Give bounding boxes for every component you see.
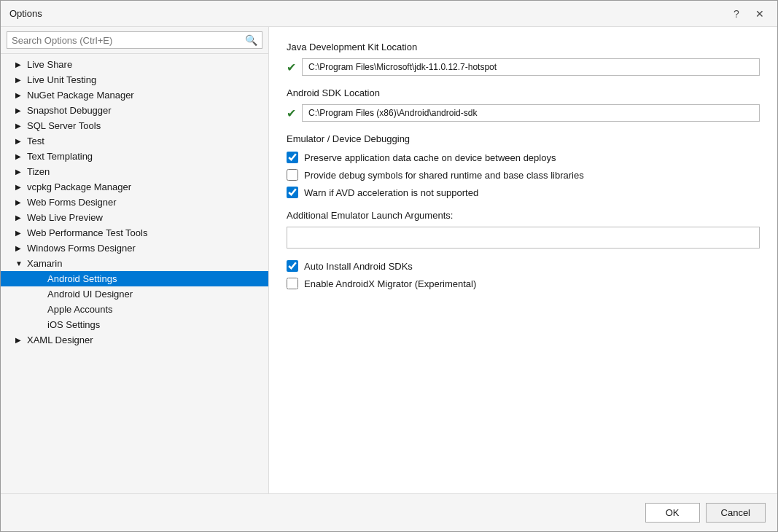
tree-item-xamarin[interactable]: ▼Xamarin [1, 256, 268, 271]
checkbox-label-preserve-cache: Preserve application data cache on devic… [304, 152, 556, 163]
tree-item-apple-accounts[interactable]: Apple Accounts [1, 302, 268, 317]
bottom-bar: OK Cancel [1, 493, 777, 531]
android-sdk-path-input[interactable] [302, 104, 760, 122]
checkbox-label-enable-androidx: Enable AndroidX Migrator (Experimental) [304, 278, 476, 289]
tree-label-text-templating: Text Templating [27, 151, 93, 162]
checkbox-auto-install[interactable] [287, 260, 298, 272]
android-sdk-check-icon: ✔ [287, 106, 296, 120]
tree-arrow-nuget-package-manager: ▶ [15, 91, 24, 99]
checkbox-row-auto-install: Auto Install Android SDKs [287, 260, 760, 272]
tree-label-xaml-designer: XAML Designer [27, 335, 93, 345]
search-icon: 🔍 [245, 34, 257, 46]
jdk-check-icon: ✔ [287, 60, 296, 74]
tree-label-vcpkg-package-manager: vcpkg Package Manager [27, 181, 131, 192]
tree-label-web-live-preview: Web Live Preview [27, 212, 103, 223]
title-bar-controls: ? ✕ [728, 5, 769, 23]
tree-arrow-live-share: ▶ [15, 60, 24, 69]
tree-arrow-web-forms-designer: ▶ [15, 198, 24, 206]
checkbox-label-auto-install: Auto Install Android SDKs [304, 261, 413, 272]
tree-arrow-sql-server-tools: ▶ [15, 122, 24, 130]
additional-args-input[interactable] [287, 227, 760, 249]
tree-item-android-ui-designer[interactable]: Android UI Designer [1, 286, 268, 302]
tree-arrow-snapshot-debugger: ▶ [15, 106, 24, 114]
tree-item-live-unit-testing[interactable]: ▶Live Unit Testing [1, 72, 268, 87]
tree-list: ▶Live Share▶Live Unit Testing▶NuGet Pack… [1, 54, 268, 493]
emulator-section-title: Emulator / Device Debugging [287, 133, 760, 144]
tree-label-live-share: Live Share [27, 59, 72, 70]
dialog-title: Options [9, 8, 42, 19]
checkbox-warn-avd[interactable] [287, 187, 298, 198]
tree-item-web-forms-designer[interactable]: ▶Web Forms Designer [1, 195, 268, 210]
tree-arrow-tizen: ▶ [15, 168, 24, 176]
jdk-section-title: Java Development Kit Location [287, 42, 760, 52]
tree-arrow-web-performance-test-tools: ▶ [15, 229, 24, 237]
tree-label-snapshot-debugger: Snapshot Debugger [27, 105, 112, 116]
tree-item-ios-settings[interactable]: iOS Settings [1, 317, 268, 332]
tree-arrow-xamarin: ▼ [15, 259, 24, 267]
tree-label-windows-forms-designer: Windows Forms Designer [27, 243, 136, 254]
checkbox-row-preserve-cache: Preserve application data cache on devic… [287, 152, 760, 163]
tree-label-web-performance-test-tools: Web Performance Test Tools [27, 227, 147, 238]
tree-label-nuget-package-manager: NuGet Package Manager [27, 90, 134, 101]
tree-item-vcpkg-package-manager[interactable]: ▶vcpkg Package Manager [1, 179, 268, 195]
tree-item-web-live-preview[interactable]: ▶Web Live Preview [1, 210, 268, 225]
checkbox-label-debug-symbols: Provide debug symbols for shared runtime… [304, 170, 584, 181]
tree-item-test[interactable]: ▶Test [1, 133, 268, 149]
tree-label-ios-settings: iOS Settings [47, 319, 100, 330]
tree-item-android-settings[interactable]: Android Settings [1, 271, 268, 286]
close-button[interactable]: ✕ [751, 5, 769, 23]
android-sdk-section-title: Android SDK Location [287, 87, 760, 98]
options-dialog: Options ? ✕ 🔍 ▶Live Share▶Live Unit Test… [0, 0, 778, 532]
search-input[interactable] [12, 35, 245, 46]
checkbox-preserve-cache[interactable] [287, 152, 298, 163]
jdk-path-input[interactable] [302, 58, 760, 76]
tree-item-text-templating[interactable]: ▶Text Templating [1, 149, 268, 164]
tree-item-windows-forms-designer[interactable]: ▶Windows Forms Designer [1, 240, 268, 256]
checkbox-label-warn-avd: Warn if AVD acceleration is not supporte… [304, 187, 478, 198]
tree-item-snapshot-debugger[interactable]: ▶Snapshot Debugger [1, 103, 268, 118]
tree-arrow-web-live-preview: ▶ [15, 214, 24, 222]
tree-label-sql-server-tools: SQL Server Tools [27, 120, 101, 131]
help-button[interactable]: ? [728, 5, 745, 23]
checkbox-debug-symbols[interactable] [287, 169, 298, 181]
tree-arrow-live-unit-testing: ▶ [15, 76, 24, 84]
tree-item-xaml-designer[interactable]: ▶XAML Designer [1, 332, 268, 348]
right-panel: Java Development Kit Location ✔ Android … [269, 27, 777, 493]
tree-label-xamarin: Xamarin [27, 258, 62, 269]
tree-label-android-ui-designer: Android UI Designer [47, 289, 133, 300]
tree-label-tizen: Tizen [27, 166, 50, 177]
cancel-button[interactable]: Cancel [706, 503, 766, 523]
tree-arrow-test: ▶ [15, 137, 24, 145]
additional-args-title: Additional Emulator Launch Arguments: [287, 210, 760, 221]
tree-item-live-share[interactable]: ▶Live Share [1, 57, 268, 72]
tree-item-web-performance-test-tools[interactable]: ▶Web Performance Test Tools [1, 225, 268, 240]
tree-item-sql-server-tools[interactable]: ▶SQL Server Tools [1, 118, 268, 133]
tree-arrow-vcpkg-package-manager: ▶ [15, 183, 24, 191]
checkbox-row-warn-avd: Warn if AVD acceleration is not supporte… [287, 187, 760, 198]
search-wrapper: 🔍 [7, 31, 262, 49]
android-sdk-path-row: ✔ [287, 104, 760, 122]
dialog-body: 🔍 ▶Live Share▶Live Unit Testing▶NuGet Pa… [1, 27, 777, 493]
checkbox-row-enable-androidx: Enable AndroidX Migrator (Experimental) [287, 278, 760, 289]
checkbox-enable-androidx[interactable] [287, 278, 298, 289]
jdk-path-row: ✔ [287, 58, 760, 76]
title-bar: Options ? ✕ [1, 1, 777, 27]
tree-label-live-unit-testing: Live Unit Testing [27, 74, 96, 85]
tree-arrow-windows-forms-designer: ▶ [15, 244, 24, 252]
tree-arrow-text-templating: ▶ [15, 152, 24, 160]
tree-item-nuget-package-manager[interactable]: ▶NuGet Package Manager [1, 87, 268, 103]
ok-button[interactable]: OK [645, 503, 700, 523]
left-panel: 🔍 ▶Live Share▶Live Unit Testing▶NuGet Pa… [1, 27, 269, 493]
tree-arrow-xaml-designer: ▶ [15, 336, 24, 344]
tree-label-apple-accounts: Apple Accounts [47, 304, 113, 315]
tree-label-test: Test [27, 136, 44, 146]
tree-item-tizen[interactable]: ▶Tizen [1, 164, 268, 179]
search-box: 🔍 [1, 27, 268, 54]
tree-label-android-settings: Android Settings [47, 273, 117, 284]
checkbox-row-debug-symbols: Provide debug symbols for shared runtime… [287, 169, 760, 181]
tree-label-web-forms-designer: Web Forms Designer [27, 197, 117, 208]
